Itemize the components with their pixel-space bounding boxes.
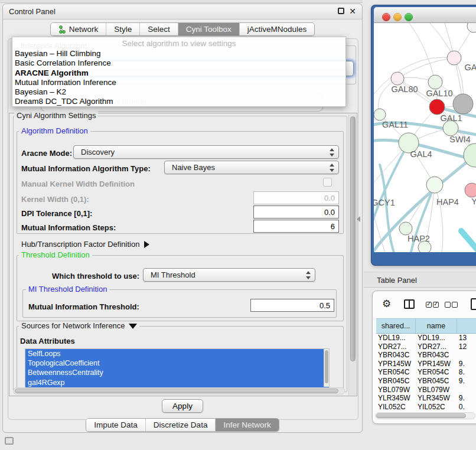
spinner-arrows-icon bbox=[306, 271, 311, 279]
attribute-item-gal4rgexp[interactable]: gal4RGexp bbox=[25, 378, 329, 387]
table-cell: 13 bbox=[457, 334, 476, 343]
settings-vertical-scrollbar[interactable] bbox=[348, 114, 356, 395]
panel-divider-collapse-icon[interactable] bbox=[357, 216, 360, 222]
tab-cyni-toolbox[interactable]: Cyni Toolbox bbox=[178, 23, 240, 35]
table-row[interactable]: YER054CYER054C8. bbox=[376, 368, 476, 377]
network-edge[interactable] bbox=[409, 23, 435, 82]
top-strip bbox=[0, 0, 363, 3]
algorithm-option-bayesian-k2[interactable]: Bayesian – K2 bbox=[12, 87, 345, 97]
table-hscroll-thumb[interactable] bbox=[376, 413, 466, 418]
tab-infer-network[interactable]: Infer Network bbox=[216, 419, 278, 431]
table-cell: YBL079W bbox=[376, 386, 416, 394]
network-node-gal11[interactable] bbox=[374, 109, 386, 120]
table-cell: YPR145W bbox=[416, 360, 457, 369]
network-view-window[interactable]: GAL80GAL10GAL7GAL1GAL11SWI4GAL4GCY1HAP4Y… bbox=[371, 5, 476, 266]
network-canvas[interactable]: GAL80GAL10GAL7GAL1GAL11SWI4GAL4GCY1HAP4Y… bbox=[374, 23, 476, 252]
aracne-mode-combobox[interactable]: Discovery bbox=[73, 145, 339, 159]
table-row[interactable]: YDR27...YDR27...12 bbox=[376, 343, 476, 351]
mi-steps-field[interactable] bbox=[253, 220, 339, 233]
algorithm-option-aracne-algorithm[interactable]: ARACNE Algorithm bbox=[12, 69, 345, 78]
network-node[interactable] bbox=[467, 23, 476, 32]
minimize-traffic-light-icon[interactable] bbox=[393, 13, 402, 21]
spinner-arrows-icon bbox=[330, 164, 334, 172]
list-vertical-scrollbar[interactable] bbox=[324, 349, 329, 387]
network-node[interactable] bbox=[447, 51, 461, 65]
table-body: YDL19...YDL19...13YDR27...YDR27...12YBR0… bbox=[376, 334, 476, 411]
apply-button[interactable]: Apply bbox=[162, 399, 203, 413]
algorithm-option-mutual-information-inference[interactable]: Mutual Information Inference bbox=[12, 78, 345, 87]
table-row[interactable]: YBR043CYBR043C bbox=[376, 351, 476, 360]
tab-style[interactable]: Style bbox=[106, 23, 140, 35]
gear-icon[interactable]: ⚙ bbox=[382, 298, 391, 310]
network-node-y[interactable] bbox=[465, 183, 476, 197]
attribute-item-topologicalcoefficient[interactable]: TopologicalCoefficient bbox=[25, 358, 329, 368]
attribute-item-selfloops[interactable]: SelfLoops bbox=[25, 349, 329, 358]
float-window-icon[interactable] bbox=[338, 8, 344, 14]
table-row[interactable]: YBR045CYBR045C9. bbox=[376, 377, 476, 386]
network-edge[interactable] bbox=[435, 185, 443, 252]
node-label-y: Y bbox=[471, 197, 476, 206]
mi-threshold-field[interactable] bbox=[250, 299, 334, 312]
node-label-gcy1: GCY1 bbox=[374, 198, 395, 207]
column-header-2[interactable] bbox=[457, 319, 476, 333]
sources-group-title[interactable]: Sources for Network Inference bbox=[19, 321, 139, 330]
network-node-gal80[interactable] bbox=[391, 72, 404, 85]
column-header-shared[interactable]: shared... bbox=[376, 319, 416, 333]
sources-group-label: Sources for Network Inference bbox=[21, 321, 125, 330]
list-scrollbar-thumb[interactable] bbox=[325, 350, 328, 383]
manual-kernel-checkbox[interactable] bbox=[323, 178, 332, 187]
network-edge[interactable] bbox=[374, 143, 409, 227]
close-traffic-light-icon[interactable] bbox=[382, 13, 390, 21]
apply-button-row: Apply bbox=[3, 399, 362, 413]
network-node-gal7[interactable] bbox=[453, 94, 473, 114]
node-label-gal80: GAL80 bbox=[391, 84, 418, 94]
network-node-gal1[interactable] bbox=[429, 99, 445, 115]
screen: Control Panel ✕ NetworkStyleSelectCyni T… bbox=[0, 0, 476, 450]
table-row[interactable]: YIL052CYIL052C0. bbox=[376, 403, 476, 412]
tab-impute-data[interactable]: Impute Data bbox=[86, 419, 146, 431]
kernel-width-field[interactable] bbox=[253, 191, 339, 204]
minimized-panel-icon[interactable] bbox=[5, 437, 14, 445]
which-threshold-combobox[interactable]: MI Threshold bbox=[143, 268, 315, 282]
table-row[interactable]: YDL19...YDL19...13 bbox=[376, 334, 476, 343]
algorithm-option-basic-correlation-inference[interactable]: Basic Correlation Inference bbox=[12, 58, 345, 68]
table-cell: YDR27... bbox=[416, 343, 457, 351]
network-edge[interactable] bbox=[397, 58, 454, 79]
settings-hscroll-thumb[interactable] bbox=[15, 389, 338, 393]
network-edge[interactable] bbox=[461, 231, 476, 252]
hub-definition-toggle[interactable]: Hub/Transcription Factor Definition bbox=[21, 240, 149, 249]
tab-network[interactable]: Network bbox=[51, 23, 107, 35]
table-row[interactable]: YLR345WYLR345W9. bbox=[376, 394, 476, 403]
tab-discretize-data[interactable]: Discretize Data bbox=[146, 419, 216, 431]
tab-select[interactable]: Select bbox=[140, 23, 178, 35]
network-node-gal10[interactable] bbox=[428, 75, 442, 89]
mi-type-combobox[interactable]: Naive Bayes bbox=[164, 161, 339, 174]
kernel-width-label: Kernel Width (0,1): bbox=[21, 195, 89, 204]
tab-jactivemnodules[interactable]: jActiveMNodules bbox=[240, 23, 315, 35]
table-cell: YER054C bbox=[416, 368, 457, 377]
table-row[interactable]: YBL079WYBL079W bbox=[376, 386, 476, 394]
network-graph: GAL80GAL10GAL7GAL1GAL11SWI4GAL4GCY1HAP4Y… bbox=[374, 23, 476, 252]
settings-horizontal-scrollbar[interactable] bbox=[13, 387, 345, 394]
aracne-mode-value: Discovery bbox=[81, 148, 115, 156]
algorithm-option-dream8-dc-tdc-algorithm[interactable]: Dream8 DC_TDC Algorithm bbox=[12, 97, 345, 106]
attribute-item-betweennesscentrality[interactable]: BetweennessCentrality bbox=[25, 368, 329, 377]
column-header-name[interactable]: name bbox=[416, 319, 457, 333]
dpi-tolerance-field[interactable] bbox=[253, 206, 339, 219]
control-panel-tabbar: NetworkStyleSelectCyni ToolboxjActiveMNo… bbox=[3, 22, 362, 36]
deselect-all-checkboxes-icon[interactable] bbox=[445, 302, 458, 308]
algorithm-option-bayesian-hill-climbing[interactable]: Bayesian – Hill Climbing bbox=[12, 49, 345, 58]
select-all-checkboxes-icon[interactable] bbox=[426, 302, 439, 308]
which-threshold-label: Which threshold to use: bbox=[52, 272, 139, 281]
table-horizontal-scrollbar[interactable] bbox=[375, 412, 475, 419]
network-node-hap2[interactable] bbox=[399, 222, 412, 235]
document-icon[interactable] bbox=[471, 298, 476, 310]
zoom-traffic-light-icon[interactable] bbox=[405, 13, 413, 21]
tab-network-label: Network bbox=[69, 25, 99, 34]
close-icon[interactable]: ✕ bbox=[349, 6, 356, 16]
table-row[interactable]: YPR145WYPR145W9. bbox=[376, 360, 476, 369]
node-label-gal4: GAL4 bbox=[410, 149, 432, 159]
settings-vscroll-thumb[interactable] bbox=[350, 116, 356, 361]
split-panel-icon[interactable] bbox=[404, 299, 415, 309]
network-node-hap4[interactable] bbox=[426, 177, 443, 193]
